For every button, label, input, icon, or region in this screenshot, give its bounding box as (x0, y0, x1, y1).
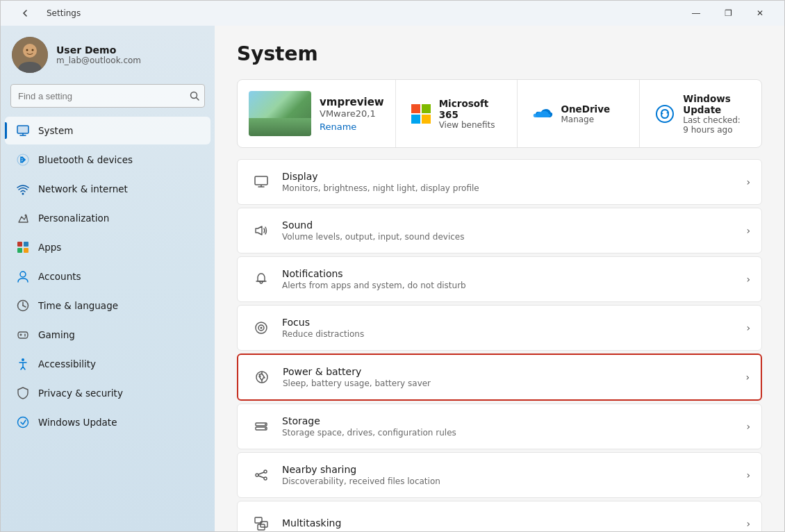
windows-update-card[interactable]: Windows Update Last checked: 9 hours ago (640, 80, 761, 147)
sidebar-item-time[interactable]: Time & language (5, 292, 210, 319)
svg-line-47 (258, 476, 264, 478)
svg-point-26 (18, 417, 28, 428)
svg-point-25 (22, 358, 24, 361)
sidebar-item-bluetooth[interactable]: Bluetooth & devices (5, 146, 210, 174)
close-button[interactable]: ✕ (744, 2, 776, 24)
settings-item-nearby-sharing[interactable]: Nearby sharing Discoverability, received… (237, 452, 762, 498)
sidebar-item-personalization[interactable]: Personalization (5, 204, 210, 232)
personalization-icon (16, 211, 30, 225)
chevron-icon: › (746, 225, 750, 236)
svg-point-43 (256, 474, 258, 476)
svg-line-20 (23, 306, 26, 307)
sidebar-item-windows-update[interactable]: Windows Update (5, 408, 210, 436)
back-button[interactable] (9, 2, 41, 24)
sidebar-item-label-windows-update: Windows Update (38, 417, 117, 428)
nearby-sharing-icon (249, 463, 274, 488)
thumbnail-bg (249, 91, 311, 136)
time-icon (16, 299, 30, 313)
search-input[interactable] (10, 84, 205, 108)
svg-point-11 (22, 193, 24, 195)
svg-point-24 (24, 335, 26, 337)
windows-update-service-text: Windows Update Last checked: 9 hours ago (683, 93, 747, 135)
svg-rect-13 (17, 242, 22, 247)
settings-item-focus-title: Focus (282, 317, 741, 328)
windows-update-icon (16, 415, 30, 429)
svg-rect-14 (24, 242, 28, 247)
chevron-icon: › (745, 372, 750, 383)
settings-item-sound-title: Sound (282, 219, 741, 231)
notifications-icon (249, 267, 274, 292)
user-info: User Demo m_lab@outlook.com (56, 44, 141, 65)
sidebar-item-accessibility[interactable]: Accessibility (5, 350, 210, 378)
microsoft365-name: Microsoft 365 (439, 98, 504, 120)
svg-rect-16 (24, 248, 28, 253)
storage-icon (249, 414, 274, 439)
sidebar-item-label-gaming: Gaming (38, 329, 75, 340)
microsoft365-card[interactable]: Microsoft 365 View benefits (396, 80, 518, 147)
settings-item-multitasking-title: Multitasking (282, 517, 741, 529)
user-email: m_lab@outlook.com (56, 56, 141, 65)
settings-item-storage[interactable]: Storage Storage space, drives, configura… (237, 404, 762, 449)
windows-update-service-icon (654, 103, 676, 125)
settings-item-power-battery[interactable]: Power & battery Sleep, battery usage, ba… (237, 354, 762, 401)
svg-rect-29 (411, 115, 420, 124)
settings-item-power-title: Power & battery (283, 366, 740, 377)
svg-point-41 (265, 424, 266, 425)
top-info-card: vmpreview VMware20,1 Rename (237, 79, 762, 148)
microsoft365-sub: View benefits (439, 120, 504, 130)
sidebar-item-accounts[interactable]: Accounts (5, 263, 210, 290)
network-icon (16, 182, 30, 196)
device-model: VMware20,1 (320, 108, 384, 119)
settings-item-sound[interactable]: Sound Volume levels, output, input, soun… (237, 208, 762, 253)
chevron-icon: › (746, 322, 750, 333)
sidebar-item-apps[interactable]: Apps (5, 233, 210, 261)
accounts-icon (16, 269, 30, 283)
page-title: System (237, 42, 762, 65)
svg-point-44 (264, 470, 267, 473)
sidebar-item-label-privacy: Privacy & security (38, 388, 123, 399)
sidebar-item-label-bluetooth: Bluetooth & devices (38, 154, 133, 165)
svg-line-5 (197, 98, 199, 101)
settings-item-display-title: Display (282, 171, 741, 182)
main-content: System vmpreview VMware20,1 Rename (215, 26, 784, 531)
onedrive-icon (531, 103, 554, 125)
settings-item-focus[interactable]: Focus Reduce distractions › (237, 305, 762, 351)
settings-window: Settings — ❐ ✕ (0, 0, 785, 532)
settings-item-display[interactable]: Display Monitors, brightness, night ligh… (237, 159, 762, 205)
device-rename-link[interactable]: Rename (320, 122, 384, 132)
settings-item-focus-desc: Reduce distractions (282, 329, 741, 339)
sidebar-item-network[interactable]: Network & internet (5, 175, 210, 203)
user-name: User Demo (56, 44, 141, 56)
maximize-button[interactable]: ❐ (712, 2, 744, 24)
svg-line-46 (258, 472, 264, 474)
sidebar-item-label-apps: Apps (38, 242, 61, 253)
sidebar-item-label-time: Time & language (38, 300, 118, 311)
accessibility-icon (16, 357, 30, 371)
sidebar-item-gaming[interactable]: Gaming (5, 321, 210, 349)
nav-list: System Bluetooth & devices (1, 113, 215, 440)
settings-item-power-desc: Sleep, battery usage, battery saver (283, 379, 740, 388)
settings-item-nearby-sharing-text: Nearby sharing Discoverability, received… (282, 464, 741, 486)
device-info: vmpreview VMware20,1 Rename (320, 96, 384, 132)
settings-item-storage-desc: Storage space, drives, configuration rul… (282, 428, 741, 438)
windows-update-service-name: Windows Update (683, 93, 747, 115)
settings-item-multitasking[interactable]: Multitasking › (237, 501, 762, 531)
onedrive-card[interactable]: OneDrive Manage (518, 80, 640, 147)
minimize-button[interactable]: — (680, 2, 712, 24)
svg-point-42 (265, 428, 266, 429)
chevron-icon: › (746, 421, 750, 432)
gaming-icon (16, 328, 30, 342)
titlebar-controls: — ❐ ✕ (680, 2, 776, 24)
settings-item-notifications-text: Notifications Alerts from apps and syste… (282, 268, 741, 290)
svg-rect-7 (17, 126, 28, 133)
sidebar-item-privacy[interactable]: Privacy & security (5, 379, 210, 407)
svg-rect-15 (17, 248, 22, 253)
sidebar-item-system[interactable]: System (5, 117, 210, 144)
svg-rect-27 (411, 104, 420, 113)
settings-item-notifications[interactable]: Notifications Alerts from apps and syste… (237, 256, 762, 302)
microsoft365-text: Microsoft 365 View benefits (439, 98, 504, 130)
avatar (12, 37, 48, 73)
system-icon (16, 124, 30, 138)
onedrive-text: OneDrive Manage (561, 103, 610, 124)
settings-item-display-text: Display Monitors, brightness, night ligh… (282, 171, 741, 193)
